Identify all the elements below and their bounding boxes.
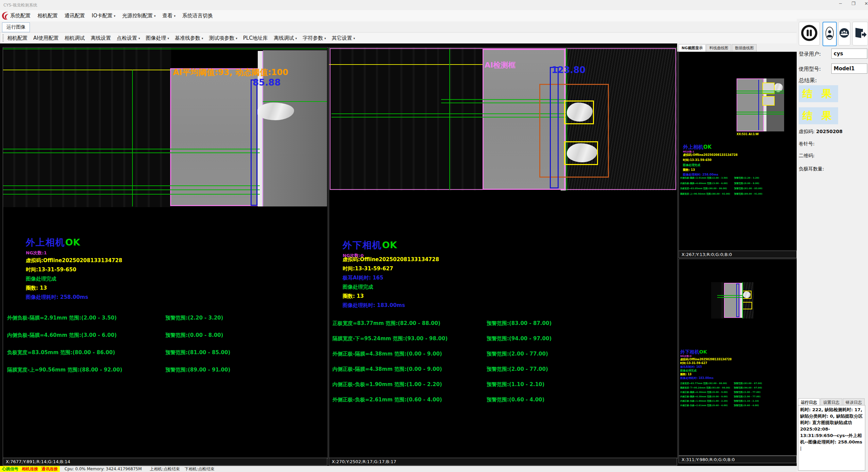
menu-item[interactable]: 通讯配置▾ — [65, 13, 85, 19]
minimize-button[interactable]: ─ — [835, 1, 846, 7]
tab-ng-screenshot[interactable]: NG截图显示 — [679, 44, 706, 52]
camera-result-ok: OK — [382, 240, 397, 250]
measurement-value: 隔膜宽度-上=90.56mm 范围:(88.00 - 92.00) — [680, 193, 734, 196]
menu-item[interactable]: 相机配置▾ — [37, 13, 58, 19]
toolbar-item[interactable]: 测试项参数▾ — [209, 35, 237, 41]
close-button[interactable]: ✕ — [861, 1, 868, 7]
elapsed-line: 图像处理耗时: 258.00ms — [26, 294, 88, 301]
measurement-row: 内侧负极-隔膜=4.60mm 范围:(3.00 - 6.00) 预警范围:(0.… — [7, 327, 325, 344]
measurement-row: 正极宽度=83.77mm 范围:(82.00 - 88.00) 预警范围:(83… — [680, 381, 796, 386]
upper-camera-image[interactable]: AI平均阈值:93, 动态阈值:100 85.88 — [3, 48, 327, 207]
status-bar: 心跳信号 相机连接 通讯连接 Cpu: 0.0% Memory: 3424.41… — [0, 466, 797, 472]
menu-item[interactable]: 系统语言切换▾ — [182, 13, 213, 19]
user-button[interactable] — [822, 22, 837, 46]
toolbar-item[interactable]: 相机调试▾ — [65, 35, 85, 41]
pause-button[interactable] — [799, 22, 820, 46]
maximize-button[interactable]: ❐ — [848, 1, 858, 7]
toolbar-item[interactable]: 相机配置▾ — [7, 35, 28, 41]
elapsed-line: 图像处理耗时: 183.00ms — [343, 302, 405, 309]
qr-code-row: 二维码: — [799, 153, 815, 159]
measurement-row: 内侧正极-负极=1.90mm 范围:(1.00 - 2.20) 预警范围:(1.… — [680, 399, 796, 403]
measurement-value: 内侧负极-隔膜=4.60mm 范围:(3.00 - 6.00) — [680, 182, 734, 185]
loop-count-line: 圈数: 13 — [26, 285, 47, 291]
chevron-down-icon: ▾ — [324, 37, 326, 40]
measurement-value: 内侧正极-负极=1.90mm 范围:(1.00 - 2.20) — [680, 400, 734, 403]
app-window: CYS-视觉检测系统 ─ ❐ ✕ 系统配置▾ 相机配置▾ 通讯配置▾ IO卡配置… — [0, 0, 868, 472]
measurement-warning-range: 预警范围:(83.00 - 87.00) — [734, 382, 796, 385]
camera-name: 外下相机 — [343, 240, 382, 250]
toolbar-item[interactable]: AI使用配置▾ — [33, 35, 59, 41]
ai-elapsed-line: 极耳AI耗时: 165 — [680, 365, 702, 369]
process-done-line: 图像处理完成 — [26, 276, 56, 282]
mini-measurement-list: 正极宽度=83.77mm 范围:(82.00 - 88.00) 预警范围:(83… — [680, 381, 796, 408]
chevron-down-icon: ▾ — [174, 14, 176, 18]
virtual-code-label: 虚拟码: — [799, 129, 815, 134]
measurement-row: 负极宽度=83.05mm 范围:(80.00 - 86.00) 预警范围:(81… — [7, 344, 325, 361]
measurement-value: 负极宽度=83.05mm 范围:(80.00 - 86.00) — [680, 187, 734, 190]
tab-data-curve[interactable]: 数据曲线图 — [732, 44, 757, 52]
heartbeat-status: 心跳信号 — [2, 466, 18, 472]
measurement-warning-range: 预警范围:(2.00 - 77.00) — [487, 366, 672, 373]
measure-box-blue — [251, 79, 257, 206]
measurement-row: 外侧正极-隔膜=4.38mm 范围:(0.00 - 9.00) 预警范围:(2.… — [680, 390, 796, 395]
lower-camera-status-title: 外下相机OK — [343, 239, 397, 251]
toolbar-item[interactable]: 离线设置▾ — [91, 35, 111, 41]
ng-snapshot-lower[interactable]: 外下相机OK NG次数:0 虚拟码:Offline202502081331347… — [679, 259, 797, 456]
toolbar-item[interactable]: PLC地址库▾ — [243, 35, 268, 41]
measurement-value: 内侧正极-隔膜=4.38mm 范围:(0.00 - 9.00) — [332, 366, 487, 373]
chevron-down-icon: ▾ — [202, 37, 203, 40]
measurement-warning-range: 预警范围:(89.00 - 91.00) — [165, 367, 325, 373]
toolbar-item[interactable]: 点检设置▾ — [117, 35, 140, 41]
measurement-row: 内侧负极-隔膜=4.60mm 范围:(3.00 - 6.00) 预警范围:(0.… — [680, 181, 796, 186]
menu-bar: 系统配置▾ 相机配置▾ 通讯配置▾ IO卡配置▾ 光源控制配置▾ 查看▾ 系统语… — [0, 10, 868, 21]
camera-result-ok: OK — [703, 144, 711, 150]
toolbar-item[interactable]: 基准线参数▾ — [175, 35, 203, 41]
toolbar-item[interactable]: 其它设置▾ — [332, 35, 355, 41]
toolbar-grip[interactable] — [2, 34, 4, 42]
tab-material-curve[interactable]: 料线曲线图 — [706, 44, 731, 52]
chevron-down-icon: ▾ — [295, 37, 297, 40]
toolbar-item[interactable]: 图像处理▾ — [146, 35, 169, 41]
menu-item[interactable]: 系统配置▾ — [10, 13, 31, 19]
exit-button[interactable] — [852, 22, 868, 46]
chevron-down-icon: ▾ — [167, 37, 169, 40]
virtual-code-line: 虚拟码:Offline20250208133134728 — [680, 358, 731, 361]
tab-run-image[interactable]: 运行图像 — [2, 22, 30, 32]
users-group-icon — [839, 28, 849, 39]
camera-connection-status: 相机连接 — [22, 466, 38, 472]
chevron-down-icon: ▾ — [139, 37, 140, 40]
measurement-value: 正极宽度=83.77mm 范围:(82.00 - 88.00) — [332, 320, 487, 327]
measurement-row: 正极宽度=83.77mm 范围:(82.00 - 88.00) 预警范围:(83… — [332, 316, 672, 331]
ai-elapsed-line: 极耳AI耗时: 165 — [343, 275, 383, 281]
menu-item[interactable]: 查看▾ — [162, 13, 176, 19]
measurement-value: 外侧正极-隔膜=4.38mm 范围:(0.00 - 9.00) — [332, 351, 487, 357]
measurement-warning-range: 预警范围:(94.00 - 97.00) — [487, 335, 672, 342]
measurement-row: 外侧负极-隔膜=2.91mm 范围:(2.00 - 3.50) 预警范围:(2.… — [680, 176, 796, 181]
loop-count-line: 圈数: 13 — [683, 168, 695, 172]
mini-measurement-list: 外侧负极-隔膜=2.91mm 范围:(2.00 - 3.50) 预警范围:(2.… — [680, 176, 796, 197]
measurement-value: 隔膜宽度-上=90.56mm 范围:(88.00 - 92.00) — [7, 367, 165, 373]
menu-items: 系统配置▾ 相机配置▾ 通讯配置▾ IO卡配置▾ 光源控制配置▾ 查看▾ 系统语… — [10, 10, 213, 21]
ng-thumb-image — [737, 78, 784, 131]
lower-camera-image[interactable]: AI检测框 123.80 — [329, 48, 677, 190]
run-log-text[interactable]: 耗时: 222, 缺陷检测耗时: 17, 缺陷分类耗时: 0, 缺陷提取分区耗时… — [798, 405, 865, 471]
time-line: 时间:13-31-59-650 — [26, 267, 76, 273]
toolbar-item[interactable]: 离线调试▾ — [274, 35, 297, 41]
menu-item[interactable]: IO卡配置▾ — [92, 13, 115, 19]
measurement-row: 负极宽度=83.05mm 范围:(80.00 - 86.00) 预警范围:(81… — [680, 186, 796, 192]
menu-item[interactable]: 光源控制配置▾ — [122, 13, 156, 19]
measurement-warning-range: 预警范围:(81.00 - 85.00) — [165, 349, 325, 356]
model-input[interactable]: Model1 — [831, 63, 867, 74]
cpu-memory-status: Cpu: 0.0% Memory: 3424.41796875M — [65, 467, 142, 471]
measurement-value: 内侧正极-负极=1.90mm 范围:(1.00 - 2.20) — [332, 381, 487, 388]
ng-snapshot-upper[interactable]: XX:531 AI:1:W 外上相机OK NG次数:1 虚拟码:Offline2… — [679, 52, 797, 251]
login-user-input[interactable]: cys — [831, 49, 867, 59]
view-tab-row: 运行图像 — [0, 21, 797, 32]
time-line: 时间:13-31-59-627 — [680, 361, 707, 365]
users-group-button[interactable] — [838, 22, 850, 46]
toolbar-item[interactable]: 字符参数▾ — [303, 35, 326, 41]
title-bar: CYS-视觉检测系统 ─ ❐ ✕ — [0, 0, 868, 11]
measurement-warning-range: 预警范围:(89.00 - 91.00) — [734, 193, 796, 196]
measurement-warning-range: 预警范围:(94.00 - 97.00) — [734, 386, 796, 389]
result-box-2: 结 果 — [799, 107, 838, 124]
